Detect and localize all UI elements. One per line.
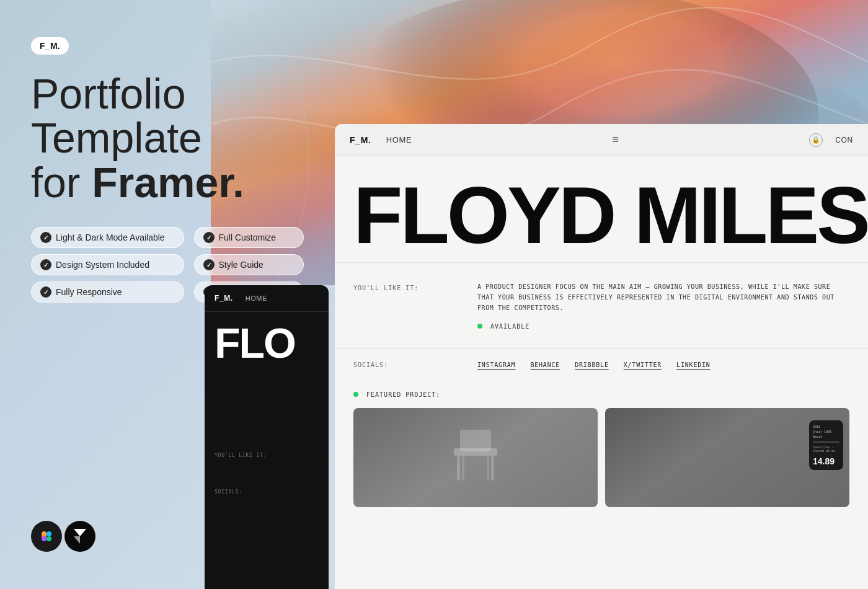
preview-logo: F_M.	[350, 135, 371, 145]
available-dot	[477, 324, 482, 329]
description-column: A PRODUCT DESIGNER FOCUS ON THE MAIN AIM…	[477, 281, 849, 330]
featured-cards: 2010 Chair 1006 Navy® Favorites · Shared…	[353, 408, 849, 507]
phone-text: 2010 Chair 1006 Navy®	[813, 424, 839, 439]
social-dribbble[interactable]: DRIBBBLE	[575, 361, 609, 368]
available-status: AVAILABLE	[477, 323, 849, 330]
svg-rect-14	[491, 456, 494, 480]
framer-icon	[64, 521, 95, 552]
dark-nav: F_M. HOME	[205, 285, 329, 312]
social-twitter[interactable]: X/TWITTER	[624, 361, 662, 368]
dark-logo: F_M.	[215, 294, 233, 303]
social-instagram[interactable]: INSTAGRAM	[477, 361, 515, 368]
socials-label: SOCIALS:	[353, 361, 477, 368]
featured-card-app[interactable]: 2010 Chair 1006 Navy® Favorites · Shared…	[605, 408, 849, 507]
check-icon	[40, 259, 51, 270]
featured-dot	[353, 392, 358, 397]
preview-hero: FLOYD MILES	[335, 156, 868, 256]
figma-icon	[31, 521, 62, 552]
featured-card-chair[interactable]	[353, 408, 598, 507]
badge-light-dark: Light & Dark Mode Available	[31, 227, 184, 248]
svg-rect-16	[487, 456, 489, 480]
preview-nav-right: 🔒 CON	[809, 133, 853, 147]
preview-socials-row: SOCIALS: INSTAGRAM BEHANCE DRIBBBLE X/TW…	[335, 348, 868, 381]
hero-name: FLOYD MILES	[353, 181, 849, 250]
svg-rect-13	[457, 456, 460, 480]
phone-mock: 2010 Chair 1006 Navy® Favorites · Shared…	[809, 420, 843, 470]
check-icon	[40, 232, 51, 243]
dark-you-like-label: YOU'LL LIKE IT:	[215, 453, 319, 458]
lock-icon: 🔒	[809, 133, 823, 147]
svg-rect-12	[460, 430, 491, 451]
featured-section: FEATURED PROJECT:	[335, 381, 868, 517]
description-text: A PRODUCT DESIGNER FOCUS ON THE MAIN AIM…	[477, 281, 849, 313]
svg-point-8	[42, 536, 46, 541]
dark-socials-label: SOCIALS:	[215, 489, 319, 495]
dark-preview-card: F_M. HOME FLO YOU'LL LIKE IT: SOCIALS:	[205, 285, 329, 589]
hamburger-icon: ≡	[612, 133, 619, 146]
preview-nav-home: HOME	[386, 135, 412, 144]
social-behance[interactable]: BEHANCE	[530, 361, 560, 368]
svg-rect-15	[462, 456, 464, 480]
you-like-label: YOU'LL LIKE IT:	[353, 285, 418, 291]
dark-hero-text: FLO	[205, 312, 329, 362]
you-like-column: YOU'LL LIKE IT:	[353, 281, 477, 330]
svg-point-7	[42, 531, 46, 536]
chair-image	[353, 408, 598, 507]
app-card-image: 2010 Chair 1006 Navy® Favorites · Shared…	[605, 408, 849, 507]
badge-full-customize: Full Customize	[194, 227, 304, 248]
check-icon	[203, 232, 215, 243]
badge-design-system: Design System Included	[31, 254, 184, 275]
social-linkedin[interactable]: LINKEDIN	[676, 361, 711, 368]
preview-nav-connect: CON	[835, 136, 853, 144]
preview-navbar: F_M. HOME ≡ 🔒 CON	[335, 124, 868, 156]
badge-style-guide: Style Guide	[194, 254, 304, 275]
svg-point-6	[46, 536, 51, 541]
svg-marker-10	[74, 536, 80, 544]
socials-links: INSTAGRAM BEHANCE DRIBBBLE X/TWITTER LIN…	[477, 361, 711, 368]
main-preview-browser: F_M. HOME ≡ 🔒 CON FLOYD MILES YOU'LL LIK…	[335, 124, 868, 589]
svg-point-5	[46, 531, 51, 536]
badge-fully-responsive-1: Fully Responsive	[31, 281, 184, 303]
check-icon	[203, 259, 215, 270]
fm-logo: F_M.	[31, 37, 69, 55]
app-price: 14.89	[813, 456, 839, 466]
svg-marker-9	[74, 529, 86, 536]
featured-label: FEATURED PROJECT:	[353, 391, 849, 398]
bottom-app-icons	[31, 521, 95, 552]
check-icon	[40, 286, 51, 298]
preview-info-section: YOU'LL LIKE IT: A PRODUCT DESIGNER FOCUS…	[335, 262, 868, 348]
dark-nav-home: HOME	[246, 294, 267, 302]
main-headline: Portfolio Template for Framer.	[31, 72, 304, 205]
